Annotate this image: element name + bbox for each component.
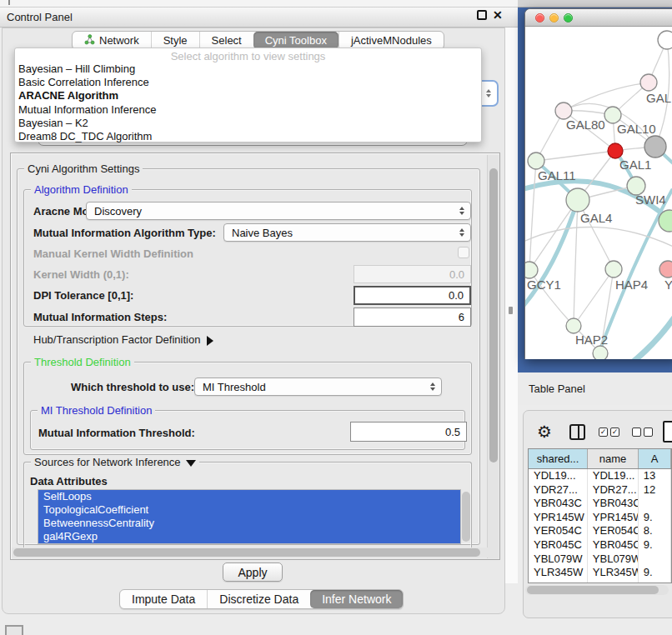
network-node-gal1[interactable] [608,143,623,158]
table-row[interactable]: YDR27...YDR27...12 [529,483,671,498]
attribute-item-selfloops[interactable]: SelfLoops [38,490,460,503]
attribute-item-topologicalcoefficient[interactable]: TopologicalCoefficient [38,503,460,517]
network-edge[interactable] [525,200,578,312]
combo-spinner-icon [459,228,464,237]
network-node-gal80[interactable] [555,102,572,119]
network-node-gal10[interactable] [604,107,621,123]
network-node[interactable] [593,346,608,359]
network-canvas[interactable]: GALGAL80GAL10GAL1GAL11GAL4SWI4GCY1HAP4YH… [525,27,672,359]
algorithm-option-aracne-algorithm[interactable]: ARACNE Algorithm [15,89,481,102]
manual-kernel-width-checkbox[interactable] [458,247,469,258]
tab-style[interactable]: Style [151,32,199,49]
mi-threshold-field[interactable]: 0.5 [350,422,467,442]
mi-algorithm-type-combo[interactable]: Naive Bayes [223,223,471,242]
table-row[interactable]: YER054CYER054C8. [529,524,671,538]
settings-vertical-scrollbar[interactable] [487,155,499,558]
tab-cyni-toolbox[interactable]: Cyni Toolbox [253,32,339,49]
bottom-tab-impute-data[interactable]: Impute Data [120,590,207,608]
algorithm-option-bayesian-k2[interactable]: Bayesian – K2 [15,117,481,130]
table-cell: YPR145W [529,511,588,525]
network-node-gal[interactable] [640,74,657,91]
table-panel-title: Table Panel [529,382,585,395]
algorithm-option-bayesian-hill-climbing[interactable]: Bayesian – Hill Climbing [15,62,481,76]
node-label-gal1: GAL1 [619,158,651,172]
scrollbar-thumb[interactable] [13,548,480,557]
attribute-list-scrollbar[interactable] [462,492,470,542]
network-node-gcy1[interactable] [525,262,538,278]
network-edge[interactable] [574,269,614,326]
settings-horizontal-scrollbar[interactable] [12,548,499,558]
network-edge[interactable] [529,161,536,270]
scrollbar-thumb[interactable] [489,168,498,462]
network-node-hap4[interactable] [605,261,622,278]
table-row[interactable]: YLR345WYLR345W9. [529,566,671,580]
bottom-tab-infer-network[interactable]: Infer Network [310,590,403,608]
tab-jactivemnodules[interactable]: jActiveMNodules [339,32,444,49]
dpi-tolerance-field[interactable]: 0.0 [354,286,471,305]
float-window-icon[interactable] [477,10,487,20]
bottom-tab-discretize-data[interactable]: Discretize Data [207,590,310,608]
network-node[interactable] [644,136,666,158]
kernel-width-label: Kernel Width (0,1): [33,268,129,281]
algorithm-option-dream8-dc-tdc-algorithm[interactable]: Dream8 DC_TDC Algorithm [15,130,481,143]
column-header-a[interactable]: A [639,449,671,468]
gear-icon[interactable]: ⚙ [537,421,552,442]
node-table: shared...nameA YDL19...YDL19...13YDR27..… [528,448,672,583]
checked-checkbox-icon[interactable]: ✓ [610,428,619,437]
attribute-item-betweennesscentrality[interactable]: BetweennessCentrality [38,517,460,530]
close-icon[interactable]: ✕ [493,8,503,22]
table-cell: 9. [639,566,671,580]
column-header-name[interactable]: name [588,449,639,468]
collapsed-arrow-icon [207,336,213,346]
tab-select[interactable]: Select [199,32,253,49]
table-row[interactable]: YPR145WYPR145W9. [529,511,671,525]
table-row[interactable]: YBR045CYBR045C9. [529,538,671,552]
node-label-gal10: GAL10 [617,122,656,136]
minimize-traffic-light-icon[interactable] [549,13,559,22]
attribute-item-gal4rgexp[interactable]: gal4RGexp [38,530,460,543]
table-row[interactable]: YBL079WYBL079W [529,552,671,567]
table-cell: YER054C [529,524,588,538]
network-node-hap2[interactable] [566,318,581,333]
network-node-y[interactable] [659,261,672,278]
table-cell [639,497,671,511]
document-icon[interactable] [663,421,672,442]
algorithm-option-mutual-information-inference[interactable]: Mutual Information Inference [15,103,481,117]
table-cell: YBR043C [588,497,639,511]
apply-button[interactable]: Apply [223,562,283,582]
minimized-panel-icon[interactable] [5,625,23,635]
sources-title[interactable]: Sources for Network Inference [31,456,199,468]
network-node-gal11[interactable] [528,152,544,169]
network-node[interactable] [658,31,672,49]
table-row[interactable]: YDL19...YDL19...13 [529,469,671,483]
network-window-titlebar[interactable] [525,9,672,27]
hub-definition-toggle[interactable]: Hub/Transcription Factor Definition [33,333,213,346]
close-traffic-light-icon[interactable] [535,13,544,22]
unchecked-checkbox-icon[interactable] [644,428,653,437]
table-row[interactable]: YIL053CYIL053C9 [529,580,671,583]
scrollbar-thumb[interactable] [527,586,659,594]
combo-spinner-icon [459,207,464,215]
node-label-gal80: GAL80 [566,118,605,132]
unchecked-checkbox-icon[interactable] [632,428,641,437]
kernel-width-field[interactable]: 0.0 [354,265,471,283]
table-cell: YDR27... [529,483,588,498]
tab-network[interactable]: Network [73,32,151,49]
network-node-gal4[interactable] [566,188,589,212]
zoom-traffic-light-icon[interactable] [564,13,573,22]
table-cell: YIL053C [588,580,639,583]
aracne-mode-combo[interactable]: Discovery [86,202,471,220]
table-row[interactable]: YBR043CYBR043C [529,497,671,511]
split-pane-handle[interactable] [509,307,513,314]
column-layout-icon[interactable] [569,424,585,440]
mi-algorithm-type-label: Mutual Information Algorithm Type: [33,227,216,239]
column-header-shared[interactable]: shared... [529,449,588,468]
table-cell: YBR045C [529,538,588,552]
table-horizontal-scrollbar[interactable] [525,585,669,595]
algorithm-option-basic-correlation-inference[interactable]: Basic Correlation Inference [15,76,481,89]
mi-steps-field[interactable]: 6 [354,308,471,327]
which-threshold-combo[interactable]: MI Threshold [194,378,442,396]
checked-checkbox-icon[interactable]: ✓ [599,428,608,437]
network-edge[interactable] [536,151,615,161]
network-edge[interactable] [574,200,578,326]
